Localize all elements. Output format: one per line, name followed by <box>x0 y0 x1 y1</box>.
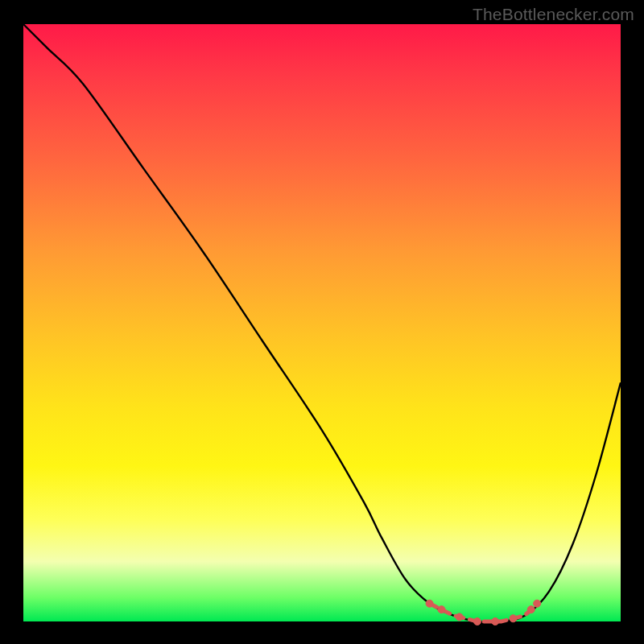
highlight-marker <box>426 600 433 607</box>
plot-area <box>23 24 621 621</box>
highlight-marker <box>473 618 481 625</box>
highlight-marker <box>534 600 541 607</box>
chart-container: TheBottlenecker.com <box>0 0 644 644</box>
highlight-marker <box>492 618 499 625</box>
highlight-marker <box>527 606 535 613</box>
highlight-markers <box>426 600 541 625</box>
highlight-marker <box>456 613 463 621</box>
highlight-segment <box>430 604 538 621</box>
curve-layer <box>23 24 621 621</box>
highlight-marker <box>510 615 517 622</box>
attribution-text: TheBottlenecker.com <box>473 5 634 24</box>
highlight-marker <box>438 606 445 613</box>
bottleneck-curve <box>23 24 621 622</box>
